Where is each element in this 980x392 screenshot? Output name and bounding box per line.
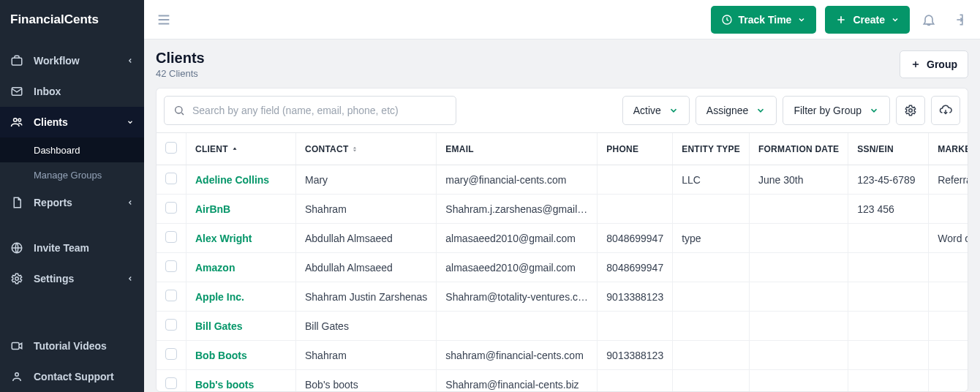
clients-table[interactable]: CLIENT CONTACT EMAIL: [156, 132, 968, 392]
cell-phone: 9013388123: [598, 282, 673, 312]
sidebar-subitem-manage-groups[interactable]: Manage Groups: [0, 162, 144, 187]
sidebar-item-label: Tutorial Videos: [34, 340, 134, 352]
column-header-marketing[interactable]: MARKETING S: [929, 133, 968, 165]
table-row[interactable]: Adeline CollinsMarymary@financial-cents.…: [157, 165, 968, 195]
settings-columns-button[interactable]: [896, 96, 925, 125]
notifications-button[interactable]: [919, 10, 939, 30]
column-header-email[interactable]: EMAIL: [437, 133, 598, 165]
filter-active-label: Active: [633, 105, 661, 116]
table-row[interactable]: AirBnBShahramShahram.j.zarshenas@gmail.c…: [157, 195, 968, 224]
filter-group[interactable]: Filter by Group: [783, 96, 890, 125]
cell-ssn: 123 456: [848, 195, 929, 224]
client-link[interactable]: Amazon: [195, 262, 235, 274]
sidebar: FinancialCents Workflow Inbox: [0, 0, 144, 392]
chevron-left-icon: [127, 57, 134, 64]
table-row[interactable]: Alex WrightAbdullah Almsaeedalmasaeed201…: [157, 224, 968, 253]
toolbar: Active Assignee Filter by Group: [156, 88, 968, 132]
column-header-client[interactable]: CLIENT: [186, 133, 296, 165]
person-icon: [10, 370, 23, 383]
sidebar-item-contact-support[interactable]: Contact Support: [0, 361, 144, 392]
sidebar-subitem-dashboard[interactable]: Dashboard: [0, 137, 144, 162]
column-label: ENTITY TYPE: [682, 144, 740, 154]
cell-ssn: [848, 224, 929, 253]
chevron-down-icon: [127, 118, 134, 126]
column-header-contact[interactable]: CONTACT: [296, 133, 437, 165]
client-link[interactable]: Alex Wright: [195, 233, 252, 244]
inbox-icon: [10, 85, 23, 98]
row-checkbox[interactable]: [165, 260, 177, 272]
sidebar-item-reports[interactable]: Reports: [0, 187, 144, 218]
column-label: EMAIL: [445, 144, 474, 154]
group-label: Group: [927, 59, 957, 70]
cell-marketing: Word of mou: [929, 224, 968, 253]
sidebar-item-label: Clients: [34, 116, 116, 128]
track-time-button[interactable]: Track Time: [711, 6, 817, 34]
select-all-checkbox[interactable]: [165, 142, 177, 154]
sidebar-item-label: Reports: [34, 197, 116, 208]
cell-contact: Shahram: [296, 195, 437, 224]
filter-assignee-label: Assignee: [706, 105, 749, 116]
column-header-ssn-ein[interactable]: SSN/EIN: [848, 133, 929, 165]
create-label: Create: [853, 14, 885, 26]
table-row[interactable]: Bob BootsShahramshahram@financial-cents.…: [157, 341, 968, 370]
cell-entity: [673, 282, 750, 312]
client-link[interactable]: Bob's boots: [195, 379, 254, 391]
cell-entity: [673, 253, 750, 282]
table-row[interactable]: AmazonAbdullah Almsaeedalmasaeed2010@gma…: [157, 253, 968, 282]
sidebar-item-inbox[interactable]: Inbox: [0, 76, 144, 107]
group-button[interactable]: Group: [900, 50, 968, 78]
sidebar-item-invite-team[interactable]: Invite Team: [0, 233, 144, 263]
export-button[interactable]: [931, 96, 960, 125]
row-checkbox[interactable]: [165, 348, 177, 360]
filter-active[interactable]: Active: [622, 96, 690, 125]
client-link[interactable]: Apple Inc.: [195, 291, 244, 303]
table-row[interactable]: Bill GatesBill Gates: [157, 312, 968, 341]
cell-formation: [749, 370, 848, 393]
brand-logo[interactable]: FinancialCents: [0, 0, 144, 39]
page-title: Clients: [156, 50, 205, 67]
client-link[interactable]: Adeline Collins: [195, 174, 269, 186]
sidebar-item-tutorial-videos[interactable]: Tutorial Videos: [0, 331, 144, 361]
client-link[interactable]: Bob Boots: [195, 350, 247, 361]
logout-button[interactable]: [948, 10, 968, 30]
table-row[interactable]: Bob's bootsBob's bootsShahram@financial-…: [157, 370, 968, 393]
chevron-left-icon: [127, 275, 134, 282]
cell-phone: [598, 312, 673, 341]
cell-marketing: [929, 253, 968, 282]
cell-entity: [673, 341, 750, 370]
column-header-entity-type[interactable]: ENTITY TYPE: [673, 133, 750, 165]
row-checkbox[interactable]: [165, 173, 177, 184]
cell-phone: 8048699947: [598, 253, 673, 282]
row-checkbox[interactable]: [165, 377, 177, 389]
cell-entity: [673, 195, 750, 224]
cell-ssn: [848, 282, 929, 312]
sort-icon: [351, 145, 358, 154]
video-icon: [10, 339, 23, 353]
cell-marketing: [929, 341, 968, 370]
column-header-phone[interactable]: PHONE: [598, 133, 673, 165]
column-label: CONTACT: [305, 144, 348, 154]
filter-assignee[interactable]: Assignee: [696, 96, 777, 125]
search-field[interactable]: [164, 96, 456, 125]
sidebar-item-workflow[interactable]: Workflow: [0, 45, 144, 76]
sidebar-item-clients[interactable]: Clients: [0, 107, 144, 137]
row-checkbox[interactable]: [165, 231, 177, 243]
create-button[interactable]: Create: [825, 6, 910, 34]
search-input[interactable]: [192, 105, 447, 116]
row-checkbox[interactable]: [165, 290, 177, 301]
client-link[interactable]: Bill Gates: [195, 320, 243, 332]
sidebar-item-settings[interactable]: Settings: [0, 263, 144, 294]
column-header-formation-date[interactable]: FORMATION DATE: [749, 133, 848, 165]
plus-icon: [911, 59, 921, 69]
globe-icon: [10, 241, 23, 255]
cell-contact: Bob's boots: [296, 370, 437, 393]
client-link[interactable]: AirBnB: [195, 203, 230, 215]
cell-phone: 8048699947: [598, 224, 673, 253]
chevron-left-icon: [127, 199, 134, 206]
chevron-down-icon: [891, 15, 900, 24]
cell-email: mary@financial-cents.com: [437, 165, 598, 195]
menu-toggle-button[interactable]: [156, 12, 172, 28]
table-row[interactable]: Apple Inc.Shahram Justin ZarshenasShahra…: [157, 282, 968, 312]
row-checkbox[interactable]: [165, 319, 177, 331]
row-checkbox[interactable]: [165, 202, 177, 214]
